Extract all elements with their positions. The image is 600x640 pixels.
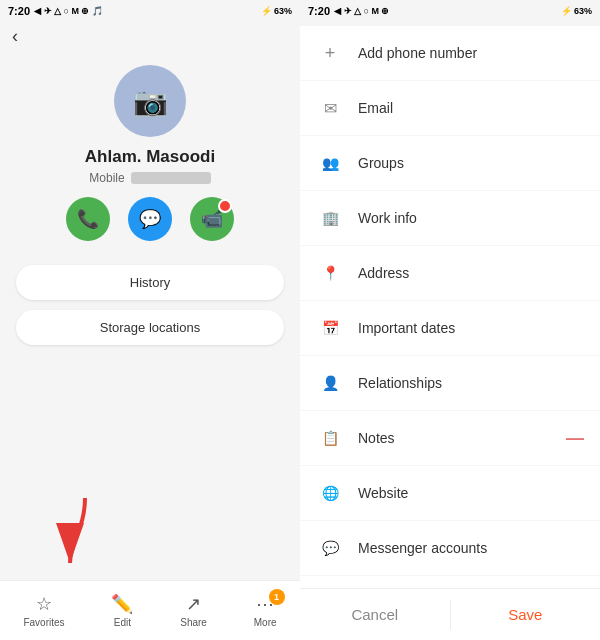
relationships-icon: 👤 xyxy=(316,369,344,397)
status-bar-left: 7:20 ◀ ✈ △ ○ M ⊕ 🎵 ⚡ 63% xyxy=(0,0,300,22)
status-bar-right: 7:20 ◀ ✈ △ ○ M ⊕ ⚡ 63% xyxy=(300,0,600,22)
mobile-label: Mobile xyxy=(89,171,124,185)
more-badge: 1 xyxy=(269,589,285,605)
relationships-item[interactable]: 👤 Relationships xyxy=(300,356,600,410)
add-phone-item[interactable]: + Add phone number xyxy=(300,26,600,80)
important-dates-label: Important dates xyxy=(358,320,584,336)
left-status-icons: ⚡ 63% xyxy=(261,6,292,16)
nav-favorites[interactable]: ☆ Favorites xyxy=(23,593,64,628)
red-arrow-ringtone xyxy=(588,585,600,588)
notes-icon: 📋 xyxy=(316,424,344,452)
work-info-item[interactable]: 🏢 Work info xyxy=(300,191,600,245)
right-panel-wrapper: 7:20 ◀ ✈ △ ○ M ⊕ ⚡ 63% + Add phone numbe… xyxy=(300,0,600,640)
favorites-icon: ☆ xyxy=(36,593,52,615)
nav-more[interactable]: ⋯ More 1 xyxy=(254,593,277,628)
cancel-button[interactable]: Cancel xyxy=(300,592,450,637)
right-items-list: + Add phone number ✉ Email 👥 Groups 🏢 Wo… xyxy=(300,22,600,588)
notes-item[interactable]: 📋 Notes — xyxy=(300,411,600,465)
left-panel: 7:20 ◀ ✈ △ ○ M ⊕ 🎵 ⚡ 63% ‹ 📷 Ahlam. Maso… xyxy=(0,0,300,640)
avatar: 📷 xyxy=(114,65,186,137)
video-icon: 📹 xyxy=(201,208,223,230)
left-time: 7:20 xyxy=(8,5,30,17)
history-button[interactable]: History xyxy=(16,265,284,300)
left-header: ‹ xyxy=(0,22,300,55)
back-button[interactable]: ‹ xyxy=(12,26,18,46)
video-button[interactable]: 📹 xyxy=(190,197,234,241)
right-time: 7:20 xyxy=(308,5,330,17)
address-item[interactable]: 📍 Address xyxy=(300,246,600,300)
red-arrow-edit xyxy=(30,488,120,578)
message-button[interactable]: 💬 xyxy=(128,197,172,241)
avatar-icon: 📷 xyxy=(133,85,168,118)
messenger-item[interactable]: 💬 Messenger accounts xyxy=(300,521,600,575)
more-label: More xyxy=(254,617,277,628)
right-status-icons: ⚡ 63% xyxy=(561,6,592,16)
work-info-icon: 🏢 xyxy=(316,204,344,232)
email-item[interactable]: ✉ Email xyxy=(300,81,600,135)
groups-item[interactable]: 👥 Groups xyxy=(300,136,600,190)
nav-share[interactable]: ↗ Share xyxy=(180,593,207,628)
left-list: History Storage locations xyxy=(0,255,300,355)
contact-name: Ahlam. Masoodi xyxy=(85,147,215,167)
groups-icon: 👥 xyxy=(316,149,344,177)
edit-label: Edit xyxy=(114,617,131,628)
groups-label: Groups xyxy=(358,155,584,171)
email-icon: ✉ xyxy=(316,94,344,122)
messenger-label: Messenger accounts xyxy=(358,540,584,556)
website-label: Website xyxy=(358,485,584,501)
ringtone-item[interactable]: 🔔 Ringtone xyxy=(300,576,600,588)
website-item[interactable]: 🌐 Website xyxy=(300,466,600,520)
right-panel: 7:20 ◀ ✈ △ ○ M ⊕ ⚡ 63% + Add phone numbe… xyxy=(300,0,600,640)
bottom-nav: ☆ Favorites ✏️ Edit ↗ Share ⋯ More 1 xyxy=(0,580,300,640)
add-phone-label: Add phone number xyxy=(358,45,584,61)
website-icon: 🌐 xyxy=(316,479,344,507)
add-phone-icon: + xyxy=(316,39,344,67)
save-button[interactable]: Save xyxy=(451,592,601,637)
important-dates-icon: 📅 xyxy=(316,314,344,342)
email-label: Email xyxy=(358,100,584,116)
call-button[interactable]: 📞 xyxy=(66,197,110,241)
address-label: Address xyxy=(358,265,584,281)
favorites-label: Favorites xyxy=(23,617,64,628)
message-icon: 💬 xyxy=(139,208,161,230)
nav-edit[interactable]: ✏️ Edit xyxy=(111,593,133,628)
contact-mobile-row: Mobile xyxy=(89,171,210,185)
notes-label: Notes xyxy=(358,430,566,446)
action-buttons: 📞 💬 📹 xyxy=(66,197,234,241)
mobile-number-blurred xyxy=(131,172,211,184)
right-footer: Cancel Save xyxy=(300,588,600,640)
relationships-label: Relationships xyxy=(358,375,584,391)
storage-locations-button[interactable]: Storage locations xyxy=(16,310,284,345)
work-info-label: Work info xyxy=(358,210,584,226)
contact-card: 📷 Ahlam. Masoodi Mobile 📞 💬 📹 xyxy=(0,55,300,255)
messenger-icon: 💬 xyxy=(316,534,344,562)
notes-dash: — xyxy=(566,428,584,449)
address-icon: 📍 xyxy=(316,259,344,287)
call-icon: 📞 xyxy=(77,208,99,230)
share-icon: ↗ xyxy=(186,593,201,615)
share-label: Share xyxy=(180,617,207,628)
edit-icon: ✏️ xyxy=(111,593,133,615)
important-dates-item[interactable]: 📅 Important dates xyxy=(300,301,600,355)
